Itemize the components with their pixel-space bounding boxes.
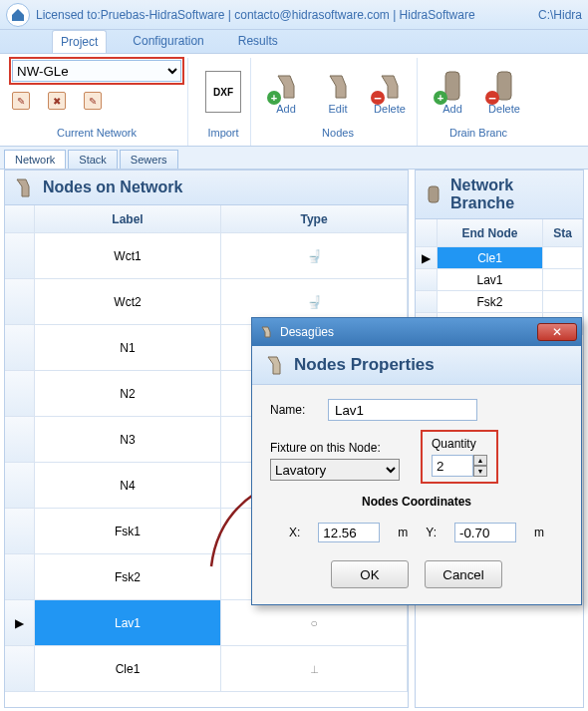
nodes-table: Label Type [5,205,408,233]
net-del-button[interactable]: ✖ [48,92,66,110]
table-cell-label[interactable]: Cle1 [35,646,221,692]
quantity-label: Quantity [432,437,476,451]
lowtab-network[interactable]: Network [4,150,66,169]
ok-button[interactable]: OK [331,560,409,588]
svg-rect-2 [429,186,439,202]
group-label-import: Import [207,124,238,144]
th-gutter [5,205,35,233]
fixture-icon: 🚽 [307,295,322,309]
cancel-button[interactable]: Cancel [425,560,502,588]
plus-icon: + [267,91,281,105]
panel-title-text: Nodes on Network [43,178,182,196]
unit-m: m [398,526,408,539]
dxf-icon: DXF [205,71,241,113]
close-button[interactable]: ✕ [537,323,577,341]
table-cell-label[interactable]: Lav1 [35,600,221,646]
spin-up-button[interactable]: ▲ [473,455,487,466]
minus-icon: − [485,91,499,105]
svg-rect-0 [445,72,459,100]
table-cell-label[interactable]: Fsk2 [35,554,221,600]
tab-project[interactable]: Project [52,30,107,53]
group-nodes: +Add Edit −Delete Nodes [259,58,418,146]
lowtab-sewers[interactable]: Sewers [120,150,178,169]
net-new-button[interactable]: ✎ [12,92,30,110]
node-delete-button[interactable]: −Delete [369,69,411,115]
lowtab-stack[interactable]: Stack [68,150,118,169]
pipe-icon [324,72,352,100]
import-dxf-button[interactable]: DXF [202,71,244,113]
fixture-icon: ○ [310,616,317,630]
dialog-title: Desagües [280,325,334,339]
x-field[interactable] [318,523,380,542]
close-icon: ✕ [552,325,562,339]
th-start: Sta [543,219,583,247]
table-cell-endnode[interactable]: Cle1 [438,247,543,269]
table-cell-start[interactable] [543,247,583,269]
net-edit-button[interactable]: ✎ [84,92,102,110]
fixture-icon: 🚽 [307,249,322,263]
table-cell-label[interactable]: N1 [35,325,221,371]
ribbon-tabs: Project Configuration Results [0,30,588,54]
row-gutter [5,646,35,692]
y-field[interactable] [454,523,516,542]
coords-heading: Nodes Coordinates [270,495,563,509]
pipe-icon [264,354,286,376]
drain-delete-button[interactable]: −Delete [483,69,525,115]
fixture-icon: ⟂ [311,662,318,676]
row-gutter: ▶ [5,600,35,646]
table-cell-type[interactable]: ⟂ [221,646,408,692]
row-gutter [5,233,35,279]
row-gutter [5,463,35,509]
table-cell-start[interactable] [543,291,583,313]
app-logo-icon [6,3,30,27]
row-gutter [5,509,35,554]
row-gutter [416,291,438,313]
node-add-button[interactable]: +Add [265,69,307,115]
row-gutter [416,269,438,291]
table-cell-start[interactable] [543,269,583,291]
x-label: X: [289,526,300,539]
name-field[interactable] [328,399,477,421]
row-gutter [5,417,35,463]
fixture-label: Fixture on this Node: [270,441,400,455]
name-label: Name: [270,403,318,417]
group-label-nodes: Nodes [322,124,354,144]
ribbon: NW-GLe ✎ ✖ ✎ Current Network DXF Import … [0,54,588,147]
row-gutter [5,371,35,417]
th-gutter [416,219,438,247]
group-current-network: NW-GLe ✎ ✖ ✎ Current Network [6,58,188,146]
table-cell-label[interactable]: Wct1 [35,233,221,279]
table-cell-endnode[interactable]: Fsk2 [438,291,543,313]
node-edit-button[interactable]: Edit [317,69,359,115]
spin-down-button[interactable]: ▼ [473,466,487,477]
branches-table: End Node Sta [416,219,583,247]
dialog-titlebar[interactable]: Desagües ✕ [252,318,581,346]
network-dropdown-wrap: NW-GLe [12,60,181,82]
fixture-select[interactable]: Lavatory [270,459,400,481]
table-cell-endnode[interactable]: Lav1 [438,269,543,291]
drain-add-button[interactable]: +Add [432,69,473,115]
cylinder-icon [424,184,442,204]
table-cell-type[interactable]: ○ [221,600,408,646]
table-cell-label[interactable]: N4 [35,463,221,509]
tab-results[interactable]: Results [230,30,286,53]
table-cell-label[interactable]: Fsk1 [35,509,221,554]
lower-tabs: Network Stack Sewers [0,147,588,170]
unit-m: m [534,526,544,539]
license-text: Licensed to:Pruebas-HidraSoftware | cont… [36,8,475,22]
th-label: Label [35,205,221,233]
table-cell-label[interactable]: N3 [35,417,221,463]
pipe-icon [260,325,274,339]
row-gutter: ▶ [416,247,438,269]
tab-configuration[interactable]: Configuration [125,30,211,53]
quantity-field[interactable] [432,455,473,477]
pipe-icon [13,177,35,198]
panel-title-text: Network Branche [450,177,575,212]
table-cell-type[interactable]: 🚽 [221,233,408,279]
group-drain: +Add −Delete Drain Branc [426,58,531,146]
table-cell-label[interactable]: Wct2 [35,279,221,325]
y-label: Y: [426,526,437,539]
network-dropdown[interactable]: NW-GLe [12,60,181,82]
table-cell-label[interactable]: N2 [35,371,221,417]
row-gutter [5,554,35,600]
